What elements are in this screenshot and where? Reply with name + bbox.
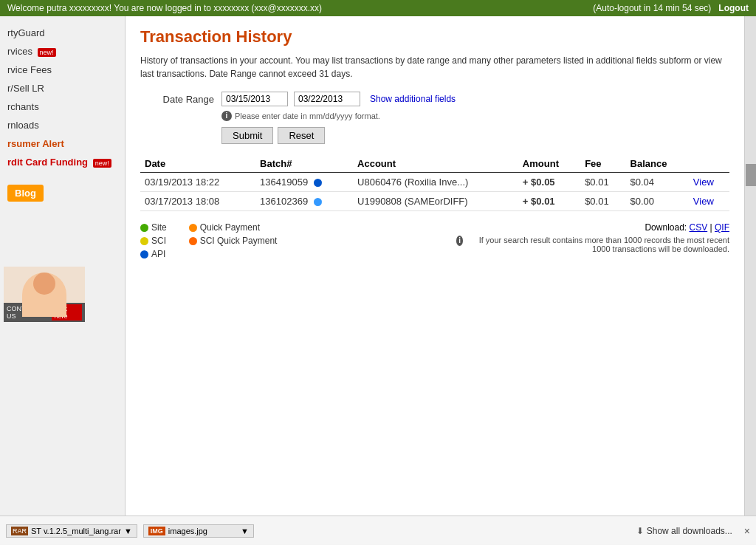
dl-jpg-dropdown[interactable]: ▼ — [241, 527, 249, 535]
contact-box: CONTACT US › click here — [4, 267, 85, 322]
sidebar-item-sell-lr[interactable]: r/Sell LR — [0, 79, 125, 97]
table-row: 03/17/2013 18:08 136102369 U1990808 (SAM… — [140, 192, 729, 211]
cell-amount: + $0.05 — [518, 173, 580, 192]
sidebar-item-rtyguard[interactable]: rtyGuard — [0, 24, 125, 42]
download-note-text: If your search result contains more than… — [466, 236, 729, 253]
col-header-balance: Balance — [626, 155, 689, 173]
download-row: Download: CSV | QIF — [456, 222, 729, 233]
legend-sci: SCI — [140, 236, 167, 246]
legend-sci-label: SCI — [151, 236, 166, 246]
sidebar-link-sell-lr[interactable]: r/Sell LR — [7, 83, 44, 94]
blog-button[interactable]: Blog — [7, 185, 44, 202]
dl-rar-dropdown[interactable]: ▼ — [124, 527, 132, 535]
sidebar-link-rvice-fees[interactable]: rvice Fees — [7, 64, 52, 75]
scrollbar[interactable] — [744, 16, 756, 516]
view-link[interactable]: View — [693, 177, 714, 188]
download-separator: | — [710, 222, 712, 233]
cell-view[interactable]: View — [689, 173, 729, 192]
sidebar-link-rsumer-alert[interactable]: rsumer Alert — [7, 138, 64, 149]
sidebar-link-rvices[interactable]: rvices — [7, 46, 32, 57]
new-badge-rvices: new! — [38, 48, 56, 57]
date-from-input[interactable] — [221, 92, 288, 106]
topbar: Welcome putra xxxxxxxxx! You are now log… — [0, 0, 756, 16]
col-header-account: Account — [353, 155, 518, 173]
legend-sci-quick-payment: SCI Quick Payment — [189, 236, 278, 246]
rar-icon: RAR — [11, 527, 28, 535]
cell-account: U8060476 (Roxilia Inve...) — [353, 173, 518, 192]
legend-api: API — [140, 249, 167, 259]
cell-view[interactable]: View — [689, 192, 729, 211]
sidebar-link-rtyguard[interactable]: rtyGuard — [7, 27, 45, 38]
cell-fee: $0.01 — [580, 192, 625, 211]
site-dot-icon — [140, 224, 148, 232]
cell-batch: 136419059 — [255, 173, 353, 192]
date-to-input[interactable] — [294, 92, 360, 106]
autologout-text: (Auto-logout in 14 min 54 sec) — [593, 3, 711, 13]
legend-quick-payment-label: Quick Payment — [200, 222, 260, 233]
csv-link[interactable]: CSV — [690, 222, 708, 233]
api-dot-icon — [140, 250, 148, 258]
col-header-fee: Fee — [580, 155, 625, 173]
legend-col-left: Site SCI API — [140, 222, 167, 259]
dl-rar-name: ST v.1.2.5_multi_lang.rar — [31, 527, 121, 535]
show-all-downloads-button[interactable]: ⬇ Show all downloads... — [636, 526, 732, 536]
scrollbar-thumb[interactable] — [746, 164, 756, 186]
download-label: Download: — [645, 222, 687, 233]
view-link[interactable]: View — [693, 196, 714, 207]
sidebar-link-rchants[interactable]: rchants — [7, 101, 39, 112]
sidebar-link-credit-card-funding[interactable]: rdit Card Funding — [7, 157, 88, 168]
sidebar-item-credit-card-funding[interactable]: rdit Card Funding new! — [0, 153, 125, 171]
bottombar: RAR ST v.1.2.5_multi_lang.rar ▼ IMG imag… — [0, 516, 756, 545]
col-header-date: Date — [140, 155, 255, 173]
quick-payment-dot-icon — [189, 224, 197, 232]
show-all-label: Show all downloads... — [647, 526, 732, 536]
cell-account: U1990808 (SAMEorDIFF) — [353, 192, 518, 211]
sci-dot-icon — [140, 237, 148, 245]
col-header-action — [689, 155, 729, 173]
reset-button[interactable]: Reset — [278, 127, 325, 144]
cell-date: 03/19/2013 18:22 — [140, 173, 255, 192]
filter-form: Date Range Show additional fields i Plea… — [140, 92, 729, 144]
sidebar-item-rnloads[interactable]: rnloads — [0, 116, 125, 134]
cell-batch: 136102369 — [255, 192, 353, 211]
cell-balance: $0.04 — [626, 173, 689, 192]
page-title: Transaction History — [140, 27, 729, 47]
cell-amount: + $0.01 — [518, 192, 580, 211]
legend-quick-payment: Quick Payment — [189, 222, 278, 233]
col-header-amount: Amount — [518, 155, 580, 173]
batch-dot-icon — [314, 179, 322, 187]
legend-area: Site SCI API Quick Payment SCI — [140, 222, 729, 259]
batch-dot-icon — [314, 198, 322, 206]
sidebar-link-rnloads[interactable]: rnloads — [7, 120, 39, 131]
sidebar: rtyGuard rvices new! rvice Fees r/Sell L… — [0, 16, 126, 516]
logout-link[interactable]: Logout — [718, 3, 749, 13]
cell-fee: $0.01 — [580, 173, 625, 192]
date-hint-text: Please enter date in mm/dd/yyyy format. — [235, 112, 380, 120]
form-buttons: Submit Reset — [221, 127, 729, 144]
qif-link[interactable]: QIF — [715, 222, 729, 233]
sidebar-item-rsumer-alert[interactable]: rsumer Alert — [0, 134, 125, 153]
col-header-batch: Batch# — [255, 155, 353, 173]
date-hint-row: i Please enter date in mm/dd/yyyy format… — [221, 111, 729, 121]
table-row: 03/19/2013 18:22 136419059 U8060476 (Rox… — [140, 173, 729, 192]
sci-quick-payment-dot-icon — [189, 237, 197, 245]
download-area: Download: CSV | QIF i If your search res… — [456, 222, 729, 253]
sidebar-item-rvice-fees[interactable]: rvice Fees — [0, 61, 125, 79]
show-additional-fields-link[interactable]: Show additional fields — [370, 94, 456, 104]
page-description: History of transactions in your account.… — [140, 54, 729, 81]
submit-button[interactable]: Submit — [221, 127, 273, 144]
legend-site-label: Site — [151, 222, 167, 233]
cell-date: 03/17/2013 18:08 — [140, 192, 255, 211]
sidebar-item-rvices[interactable]: rvices new! — [0, 42, 125, 61]
new-badge-credit-card: new! — [93, 159, 111, 168]
legend-api-label: API — [151, 249, 165, 259]
date-hint-icon: i — [221, 111, 232, 121]
close-downloads-button[interactable]: × — [744, 525, 750, 537]
download-item-rar: RAR ST v.1.2.5_multi_lang.rar ▼ — [6, 524, 137, 538]
jpg-icon: IMG — [148, 527, 165, 535]
sidebar-item-rchants[interactable]: rchants — [0, 97, 125, 116]
download-note-icon: i — [456, 236, 463, 246]
dl-jpg-name: images.jpg — [168, 527, 207, 535]
welcome-text: Welcome putra xxxxxxxxx! You are now log… — [7, 3, 322, 13]
transactions-table: Date Batch# Account Amount Fee Balance 0… — [140, 155, 729, 211]
